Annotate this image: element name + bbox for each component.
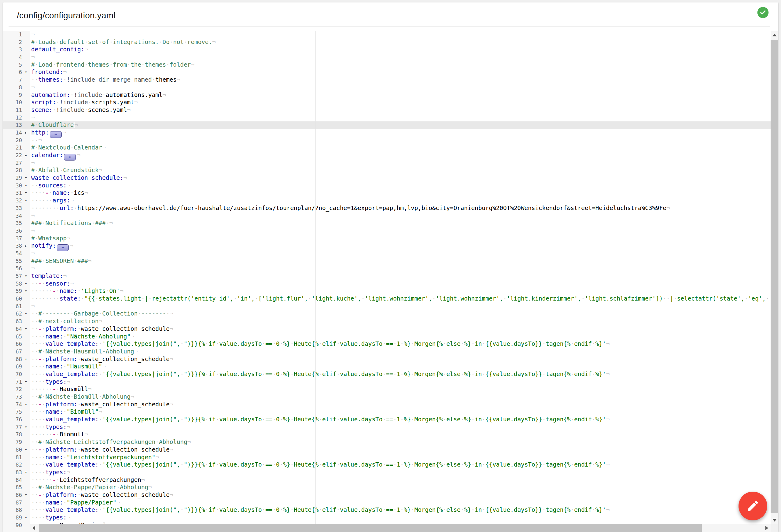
code-line[interactable]: 8¬ (3, 84, 778, 91)
fold-toggle-icon[interactable]: ▾ (22, 514, 30, 522)
code-line[interactable]: 9automation:·!include·automations.yaml¬ (3, 91, 778, 99)
fold-toggle-icon[interactable]: ▾ (22, 197, 30, 205)
code-line[interactable]: 73··#·Nächste·Biomüll·Abholung¬ (3, 393, 778, 401)
code-line[interactable]: 89▾····types:¬ (3, 514, 778, 522)
edit-fab-button[interactable] (739, 492, 767, 520)
fold-toggle-icon[interactable]: ▾ (22, 182, 30, 190)
code-line[interactable]: 69····name:·"Hausmüll"¬ (3, 363, 778, 371)
code-line[interactable]: 66····value_template:·'{{value.types|joi… (3, 340, 778, 348)
code-line[interactable]: 85··#·Nächste·Pappe/Papier·Abholung¬ (3, 484, 778, 491)
code-line[interactable]: 86▾··-·platform:·waste_collection_schedu… (3, 491, 778, 499)
fold-toggle-icon[interactable]: ▾ (22, 401, 30, 408)
code-line[interactable]: 68▾··-·platform:·waste_collection_schedu… (3, 356, 778, 363)
code-line[interactable]: 29▾waste_collection_schedule:¬ (3, 174, 778, 182)
code-line[interactable]: 60········state:·"{{·states.light·|·reje… (3, 295, 778, 303)
code-line[interactable]: 6▾frontend:¬ (3, 69, 778, 76)
code-line[interactable]: 10script:·!include·scripts.yaml¬ (3, 99, 778, 107)
code-line[interactable]: 88····value_template:·'{{value.types|joi… (3, 506, 778, 514)
fold-toggle-icon[interactable]: ▾ (22, 446, 30, 454)
code-line[interactable]: 28#·Abfall·Grundstück¬ (3, 167, 778, 174)
code-line[interactable]: 4¬ (3, 53, 778, 61)
code-line[interactable]: 74▾··-·platform:·waste_collection_schedu… (3, 401, 778, 408)
code-line[interactable]: 20··¬ (3, 137, 778, 144)
code-line[interactable]: 78······-·Biomüll¬ (3, 431, 778, 439)
code-line[interactable]: 72······-·Hausmüll¬ (3, 385, 778, 393)
code-line[interactable]: 84······-·Leichtstoffverpackungen¬ (3, 476, 778, 484)
fold-toggle-icon[interactable]: ▾ (22, 273, 30, 280)
code-line[interactable]: 67··#·Nächste·Hausmüll-Abholung¬ (3, 348, 778, 356)
code-line[interactable]: 76····value_template:·'{{value.types|joi… (3, 416, 778, 423)
code-line[interactable]: 54¬ (3, 250, 778, 257)
code-line[interactable]: 14▸http:↔¬ (3, 129, 778, 137)
code-line[interactable]: 63··#·next·collection¬ (3, 318, 778, 325)
horizontal-scrollbar[interactable] (30, 524, 771, 532)
vertical-scrollbar-thumb[interactable] (771, 40, 778, 513)
scroll-up-button[interactable] (771, 31, 778, 39)
fold-toggle-icon[interactable]: ▸ (22, 129, 30, 137)
fold-toggle-icon[interactable]: ▸ (22, 152, 30, 159)
scroll-right-button[interactable] (763, 524, 771, 532)
code-line[interactable]: 27¬ (3, 159, 778, 167)
fold-toggle-icon[interactable]: ▾ (22, 287, 30, 295)
horizontal-scrollbar-thumb[interactable] (39, 524, 702, 532)
code-line[interactable]: 55###·SENSOREN·###¬ (3, 257, 778, 265)
fold-toggle-icon[interactable]: ▾ (22, 69, 30, 76)
code-line[interactable]: 81····name:·"Leichtstoffverpackungen"¬ (3, 454, 778, 461)
code-line[interactable]: 83▾····types:¬ (3, 469, 778, 476)
code-line[interactable]: 13#·Cloudflare¬ (3, 121, 778, 129)
folded-code-widget[interactable]: ↔ (64, 154, 76, 161)
code-line[interactable]: 21#·Nextcloud·Calendar¬ (3, 144, 778, 152)
fold-toggle-icon[interactable]: ▾ (22, 469, 30, 476)
code-line[interactable]: 58▾··-·sensor:¬ (3, 280, 778, 288)
code-line[interactable]: 5#·Load·frontend·themes·from·the·themes·… (3, 61, 778, 69)
code-line[interactable]: 80▾··-·platform:·waste_collection_schedu… (3, 446, 778, 454)
code-line[interactable]: 3default_config:¬ (3, 46, 778, 53)
code-line[interactable]: 32▾······args:¬ (3, 197, 778, 205)
code-line[interactable]: 64▾··-·platform:·waste_collection_schedu… (3, 325, 778, 333)
code-line[interactable]: 33········url:·https://www.awu-oberhavel… (3, 205, 778, 212)
scroll-left-button[interactable] (30, 524, 38, 532)
code-editor[interactable]: 1¬2#·Loads·default·set·of·integrations.·… (3, 31, 778, 532)
code-line[interactable]: 36¬ (3, 227, 778, 235)
fold-toggle-icon[interactable]: ▾ (22, 310, 30, 318)
code-line[interactable]: 70····value_template:·'{{value.types|joi… (3, 371, 778, 378)
code-line[interactable]: 61¬ (3, 303, 778, 310)
scroll-down-button[interactable] (771, 516, 778, 524)
fold-toggle-icon[interactable]: ▾ (22, 174, 30, 182)
vertical-scrollbar[interactable] (771, 31, 778, 524)
folded-code-widget[interactable]: ↔ (57, 244, 69, 251)
code-line[interactable]: 2#·Loads·default·set·of·integrations.·Do… (3, 39, 778, 46)
fold-toggle-icon[interactable]: ▾ (22, 280, 30, 288)
fold-toggle-icon[interactable]: ▾ (22, 325, 30, 333)
fold-toggle-icon[interactable]: ▾ (22, 356, 30, 363)
fold-toggle-icon[interactable]: ▸ (22, 242, 30, 250)
code-line[interactable]: 12¬ (3, 114, 778, 122)
fold-toggle-icon[interactable]: ▾ (22, 491, 30, 499)
code-line[interactable]: 38▸notify:↔¬ (3, 242, 778, 250)
code-line[interactable]: 30▾··sources:¬ (3, 182, 778, 190)
code-line[interactable]: 77▾····types:¬ (3, 423, 778, 431)
code-line[interactable]: 56¬ (3, 265, 778, 273)
code-line[interactable]: 62▾··#·-------·Garbage·Collection·------… (3, 310, 778, 318)
fold-toggle-icon[interactable]: ▾ (22, 189, 30, 197)
folded-code-widget[interactable]: ↔ (50, 131, 62, 138)
code-line[interactable]: 22▸calendar:↔¬ (3, 152, 778, 159)
fold-toggle-icon[interactable]: ▾ (22, 423, 30, 431)
file-path-input[interactable]: /config/configuration.yaml (17, 11, 116, 21)
code-line[interactable]: 35###·Notifications·###·¬ (3, 219, 778, 227)
code-line[interactable]: 11scene:·!include·scenes.yaml¬ (3, 107, 778, 114)
code-line[interactable]: 37#·Whatsapp¬ (3, 235, 778, 242)
code-line[interactable]: 57▾template:¬ (3, 273, 778, 280)
code-line[interactable]: 1¬ (3, 31, 778, 39)
code-line[interactable]: 75····name:·"Biomüll"¬ (3, 408, 778, 416)
code-line[interactable]: 59▾······-·name:·'Lights·On'¬ (3, 287, 778, 295)
code-line[interactable]: 7··themes:·!include_dir_merge_named·them… (3, 76, 778, 84)
code-line[interactable]: 65····name:·"Nächste·Abholung"¬ (3, 333, 778, 340)
code-line[interactable]: 31▾····-·name:·ics¬ (3, 189, 778, 197)
code-line[interactable]: 79··#·Nächste·Leichtstoffverpackungen·Ab… (3, 439, 778, 446)
code-line[interactable]: 34¬ (3, 212, 778, 220)
code-line[interactable]: 82····value_template:·'{{value.types|joi… (3, 461, 778, 469)
fold-toggle-icon[interactable]: ▾ (22, 378, 30, 386)
code-line[interactable]: 71▾····types:¬ (3, 378, 778, 386)
code-line[interactable]: 87····name:·"Pappe/Papier"¬ (3, 499, 778, 506)
